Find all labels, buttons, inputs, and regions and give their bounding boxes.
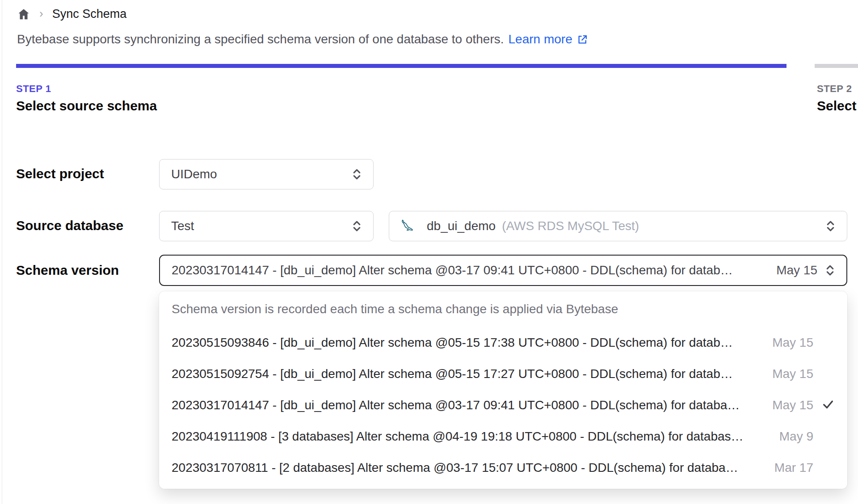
learn-more-link[interactable]: Learn more [509,32,589,46]
step1-title: Select source schema [16,98,157,113]
check-icon [813,366,835,382]
check-icon [813,429,835,444]
step2-title: Select t [817,98,858,113]
schema-version-select-value: 20230317014147 - [db_ui_demo] Alter sche… [172,263,768,277]
updown-chevron-icon [825,219,836,233]
version-option[interactable]: 20230317014147 - [db_ui_demo] Alter sche… [159,390,847,421]
chevron-right-icon: › [39,8,43,21]
sync-schema-page: › Sync Schema Bytebase supports synchron… [0,0,858,504]
step1-label: STEP 1 [16,83,157,95]
version-option[interactable]: 20230515092754 - [db_ui_demo] Alter sche… [159,358,847,390]
dropdown-hint: Schema version is recorded each time a s… [159,291,847,327]
option-text: 20230317070811 - [2 databases] Alter sch… [172,461,765,475]
check-icon [813,335,835,350]
step1-header: STEP 1 Select source schema [16,83,157,113]
left-divider [2,0,2,504]
step2-header: STEP 2 Select t [817,83,858,113]
option-date: May 9 [779,429,813,444]
progress-bar-step2 [815,64,858,68]
project-select-value: UIDemo [171,167,344,181]
option-text: 20230317014147 - [db_ui_demo] Alter sche… [172,398,763,412]
option-date: May 15 [772,336,813,350]
mysql-dolphin-icon [401,218,420,234]
home-icon[interactable] [17,8,30,21]
progress-bar-step1 [16,64,786,68]
external-link-icon [576,34,589,46]
schema-version-dropdown: Schema version is recorded each time a s… [159,291,847,489]
option-text: 20230419111908 - [3 databases] Alter sch… [172,429,770,444]
updown-chevron-icon [351,219,362,233]
database-select[interactable]: db_ui_demo (AWS RDS MySQL Test) [389,211,847,241]
updown-chevron-icon [824,264,836,277]
schema-version-select-date: May 15 [776,263,817,277]
page-title: Sync Schema [52,7,127,21]
project-select[interactable]: UIDemo [159,159,374,189]
step2-label: STEP 2 [817,83,858,95]
option-text: 20230515092754 - [db_ui_demo] Alter sche… [172,367,763,381]
updown-chevron-icon [351,168,362,181]
option-date: Mar 17 [774,461,813,475]
option-text: 20230515093846 - [db_ui_demo] Alter sche… [172,336,763,350]
database-select-detail: (AWS RDS MySQL Test) [502,219,818,233]
learn-more-label: Learn more [509,32,572,46]
select-project-label: Select project [16,166,104,181]
intro-line: Bytebase supports synchronizing a specif… [17,32,589,46]
version-option[interactable]: 20230317070811 - [2 databases] Alter sch… [159,452,847,483]
schema-version-select[interactable]: 20230317014147 - [db_ui_demo] Alter sche… [159,255,847,286]
version-option[interactable]: 20230515093846 - [db_ui_demo] Alter sche… [159,327,847,358]
option-date: May 15 [772,367,813,381]
environment-select-value: Test [171,219,344,233]
check-icon [813,398,835,413]
version-option-list: 20230515093846 - [db_ui_demo] Alter sche… [159,327,847,483]
schema-version-label: Schema version [16,263,119,278]
check-icon [813,460,835,475]
environment-select[interactable]: Test [159,211,374,241]
database-select-name: db_ui_demo [427,219,496,233]
intro-text: Bytebase supports synchronizing a specif… [17,32,504,46]
option-date: May 15 [772,398,813,412]
version-option[interactable]: 20230419111908 - [3 databases] Alter sch… [159,421,847,452]
source-database-label: Source database [16,218,123,233]
breadcrumb: › Sync Schema [17,7,126,21]
